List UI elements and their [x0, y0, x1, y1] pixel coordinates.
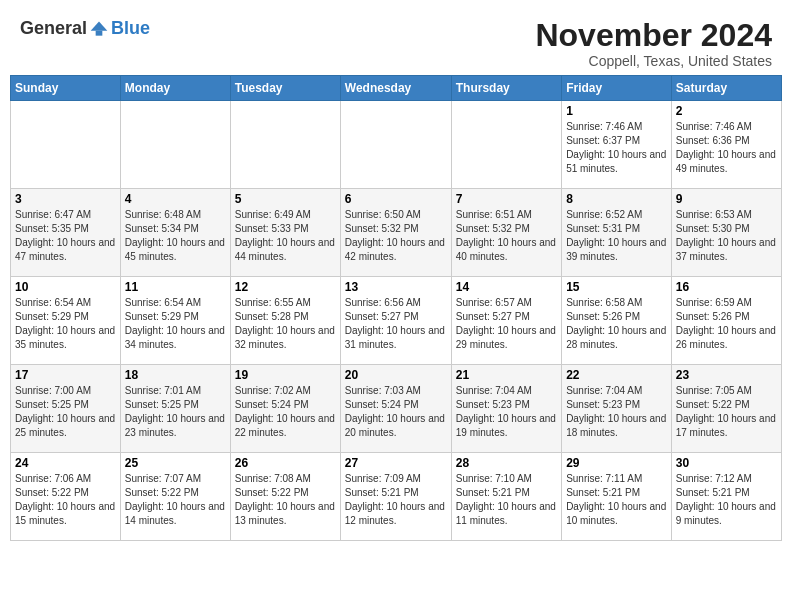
calendar-cell: 15Sunrise: 6:58 AM Sunset: 5:26 PM Dayli…	[562, 277, 672, 365]
column-header-friday: Friday	[562, 76, 672, 101]
calendar-header-row: SundayMondayTuesdayWednesdayThursdayFrid…	[11, 76, 782, 101]
day-info: Sunrise: 7:46 AM Sunset: 6:36 PM Dayligh…	[676, 120, 777, 176]
day-info: Sunrise: 6:57 AM Sunset: 5:27 PM Dayligh…	[456, 296, 557, 352]
day-info: Sunrise: 7:03 AM Sunset: 5:24 PM Dayligh…	[345, 384, 447, 440]
day-info: Sunrise: 7:02 AM Sunset: 5:24 PM Dayligh…	[235, 384, 336, 440]
calendar-cell	[230, 101, 340, 189]
day-info: Sunrise: 7:06 AM Sunset: 5:22 PM Dayligh…	[15, 472, 116, 528]
day-number: 21	[456, 368, 557, 382]
day-info: Sunrise: 7:11 AM Sunset: 5:21 PM Dayligh…	[566, 472, 667, 528]
day-number: 26	[235, 456, 336, 470]
day-info: Sunrise: 7:04 AM Sunset: 5:23 PM Dayligh…	[456, 384, 557, 440]
day-number: 8	[566, 192, 667, 206]
calendar-cell: 30Sunrise: 7:12 AM Sunset: 5:21 PM Dayli…	[671, 453, 781, 541]
day-info: Sunrise: 7:01 AM Sunset: 5:25 PM Dayligh…	[125, 384, 226, 440]
calendar-cell: 9Sunrise: 6:53 AM Sunset: 5:30 PM Daylig…	[671, 189, 781, 277]
svg-rect-1	[96, 30, 103, 35]
calendar-cell: 11Sunrise: 6:54 AM Sunset: 5:29 PM Dayli…	[120, 277, 230, 365]
calendar-cell: 8Sunrise: 6:52 AM Sunset: 5:31 PM Daylig…	[562, 189, 672, 277]
column-header-wednesday: Wednesday	[340, 76, 451, 101]
calendar-cell	[451, 101, 561, 189]
logo: General Blue	[20, 18, 150, 39]
calendar-cell: 25Sunrise: 7:07 AM Sunset: 5:22 PM Dayli…	[120, 453, 230, 541]
calendar-week-row: 1Sunrise: 7:46 AM Sunset: 6:37 PM Daylig…	[11, 101, 782, 189]
day-number: 2	[676, 104, 777, 118]
day-number: 12	[235, 280, 336, 294]
day-number: 24	[15, 456, 116, 470]
day-number: 16	[676, 280, 777, 294]
calendar-cell: 7Sunrise: 6:51 AM Sunset: 5:32 PM Daylig…	[451, 189, 561, 277]
day-info: Sunrise: 6:47 AM Sunset: 5:35 PM Dayligh…	[15, 208, 116, 264]
calendar-cell: 18Sunrise: 7:01 AM Sunset: 5:25 PM Dayli…	[120, 365, 230, 453]
day-number: 9	[676, 192, 777, 206]
day-number: 27	[345, 456, 447, 470]
day-info: Sunrise: 7:00 AM Sunset: 5:25 PM Dayligh…	[15, 384, 116, 440]
calendar-cell: 26Sunrise: 7:08 AM Sunset: 5:22 PM Dayli…	[230, 453, 340, 541]
calendar-cell: 27Sunrise: 7:09 AM Sunset: 5:21 PM Dayli…	[340, 453, 451, 541]
calendar-week-row: 10Sunrise: 6:54 AM Sunset: 5:29 PM Dayli…	[11, 277, 782, 365]
day-number: 18	[125, 368, 226, 382]
day-number: 25	[125, 456, 226, 470]
svg-marker-0	[91, 21, 108, 30]
calendar-cell: 12Sunrise: 6:55 AM Sunset: 5:28 PM Dayli…	[230, 277, 340, 365]
day-number: 22	[566, 368, 667, 382]
day-info: Sunrise: 6:51 AM Sunset: 5:32 PM Dayligh…	[456, 208, 557, 264]
day-number: 5	[235, 192, 336, 206]
calendar-cell: 24Sunrise: 7:06 AM Sunset: 5:22 PM Dayli…	[11, 453, 121, 541]
location-title: Coppell, Texas, United States	[535, 53, 772, 69]
day-info: Sunrise: 6:59 AM Sunset: 5:26 PM Dayligh…	[676, 296, 777, 352]
calendar-week-row: 17Sunrise: 7:00 AM Sunset: 5:25 PM Dayli…	[11, 365, 782, 453]
calendar-cell: 28Sunrise: 7:10 AM Sunset: 5:21 PM Dayli…	[451, 453, 561, 541]
day-info: Sunrise: 7:12 AM Sunset: 5:21 PM Dayligh…	[676, 472, 777, 528]
day-number: 10	[15, 280, 116, 294]
calendar-cell: 21Sunrise: 7:04 AM Sunset: 5:23 PM Dayli…	[451, 365, 561, 453]
calendar-cell: 4Sunrise: 6:48 AM Sunset: 5:34 PM Daylig…	[120, 189, 230, 277]
logo-blue-text: Blue	[111, 18, 150, 39]
day-number: 7	[456, 192, 557, 206]
column-header-tuesday: Tuesday	[230, 76, 340, 101]
day-info: Sunrise: 7:09 AM Sunset: 5:21 PM Dayligh…	[345, 472, 447, 528]
day-info: Sunrise: 6:55 AM Sunset: 5:28 PM Dayligh…	[235, 296, 336, 352]
calendar-cell: 19Sunrise: 7:02 AM Sunset: 5:24 PM Dayli…	[230, 365, 340, 453]
column-header-monday: Monday	[120, 76, 230, 101]
day-number: 4	[125, 192, 226, 206]
column-header-thursday: Thursday	[451, 76, 561, 101]
calendar-cell	[120, 101, 230, 189]
calendar-cell: 22Sunrise: 7:04 AM Sunset: 5:23 PM Dayli…	[562, 365, 672, 453]
logo-icon	[89, 19, 109, 39]
day-number: 23	[676, 368, 777, 382]
day-number: 15	[566, 280, 667, 294]
day-info: Sunrise: 6:48 AM Sunset: 5:34 PM Dayligh…	[125, 208, 226, 264]
day-info: Sunrise: 6:54 AM Sunset: 5:29 PM Dayligh…	[15, 296, 116, 352]
day-number: 14	[456, 280, 557, 294]
logo-general-text: General	[20, 18, 87, 39]
day-info: Sunrise: 7:04 AM Sunset: 5:23 PM Dayligh…	[566, 384, 667, 440]
day-info: Sunrise: 7:10 AM Sunset: 5:21 PM Dayligh…	[456, 472, 557, 528]
day-number: 3	[15, 192, 116, 206]
page-header: General Blue November 2024 Coppell, Texa…	[10, 10, 782, 75]
calendar-table: SundayMondayTuesdayWednesdayThursdayFrid…	[10, 75, 782, 541]
calendar-week-row: 24Sunrise: 7:06 AM Sunset: 5:22 PM Dayli…	[11, 453, 782, 541]
day-number: 29	[566, 456, 667, 470]
calendar-cell: 29Sunrise: 7:11 AM Sunset: 5:21 PM Dayli…	[562, 453, 672, 541]
calendar-week-row: 3Sunrise: 6:47 AM Sunset: 5:35 PM Daylig…	[11, 189, 782, 277]
day-info: Sunrise: 7:08 AM Sunset: 5:22 PM Dayligh…	[235, 472, 336, 528]
calendar-cell: 17Sunrise: 7:00 AM Sunset: 5:25 PM Dayli…	[11, 365, 121, 453]
day-info: Sunrise: 6:56 AM Sunset: 5:27 PM Dayligh…	[345, 296, 447, 352]
day-info: Sunrise: 7:46 AM Sunset: 6:37 PM Dayligh…	[566, 120, 667, 176]
calendar-cell: 16Sunrise: 6:59 AM Sunset: 5:26 PM Dayli…	[671, 277, 781, 365]
calendar-cell: 1Sunrise: 7:46 AM Sunset: 6:37 PM Daylig…	[562, 101, 672, 189]
calendar-cell: 13Sunrise: 6:56 AM Sunset: 5:27 PM Dayli…	[340, 277, 451, 365]
calendar-cell: 6Sunrise: 6:50 AM Sunset: 5:32 PM Daylig…	[340, 189, 451, 277]
day-number: 30	[676, 456, 777, 470]
day-number: 28	[456, 456, 557, 470]
calendar-cell: 5Sunrise: 6:49 AM Sunset: 5:33 PM Daylig…	[230, 189, 340, 277]
column-header-saturday: Saturday	[671, 76, 781, 101]
calendar-cell: 20Sunrise: 7:03 AM Sunset: 5:24 PM Dayli…	[340, 365, 451, 453]
calendar-cell: 14Sunrise: 6:57 AM Sunset: 5:27 PM Dayli…	[451, 277, 561, 365]
day-info: Sunrise: 6:54 AM Sunset: 5:29 PM Dayligh…	[125, 296, 226, 352]
day-info: Sunrise: 7:07 AM Sunset: 5:22 PM Dayligh…	[125, 472, 226, 528]
calendar-cell	[340, 101, 451, 189]
day-info: Sunrise: 6:58 AM Sunset: 5:26 PM Dayligh…	[566, 296, 667, 352]
day-number: 20	[345, 368, 447, 382]
